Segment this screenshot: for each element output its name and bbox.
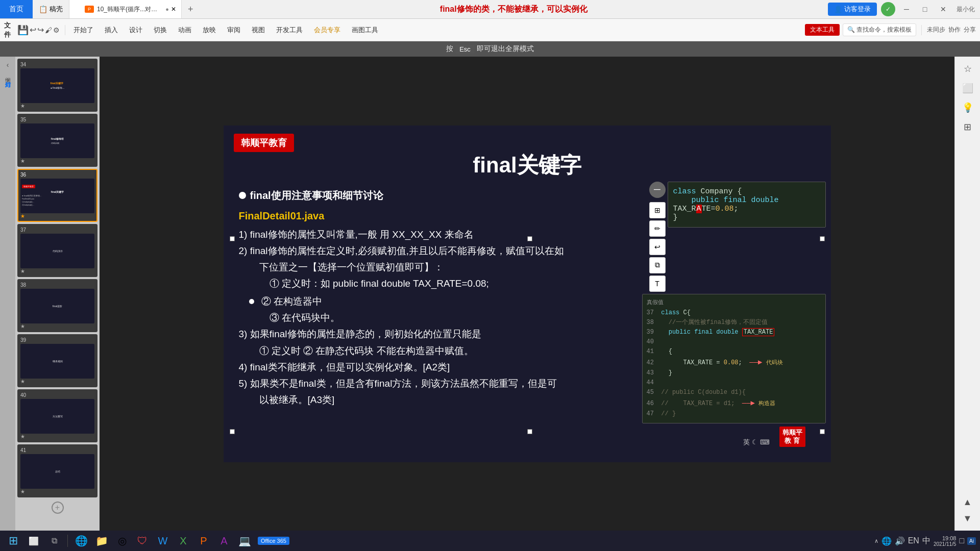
format-paint-icon[interactable]: 🖌 [45,26,52,34]
undo-icon[interactable]: ↩ [30,25,36,35]
menu-item-review[interactable]: 审阅 [222,23,246,37]
system-clock[interactable]: 19:08 2021/11/5 [934,535,957,547]
tab-close-btn[interactable]: ✕ [171,6,176,13]
tray-volume-icon[interactable]: 🔊 [895,536,905,546]
taskbar-antivirus-icon[interactable]: 🛡 [133,532,152,550]
minimize-label: 最小化 [957,5,975,14]
zoom-out-icon[interactable]: ─ [649,182,666,198]
menu-item-vip[interactable]: 会员专享 [309,23,346,37]
item-2c: ③ 在代码块中。 [270,310,642,326]
java-file-link[interactable]: FinalDetail01.java [239,207,642,224]
handle-bm[interactable] [527,429,532,434]
tab-draft[interactable]: 📋 稿壳 [33,0,69,18]
slide-thumb-34[interactable]: 34 final关键字 ● final修饰... ★ [17,59,97,112]
taskbar-windows-icon[interactable]: ⊞ [4,532,22,550]
nav-left-btn[interactable]: ‹ [7,61,9,69]
slide-thumb-35[interactable]: 35 final修饰符 代码示例 ★ [17,114,97,167]
ai-btn[interactable]: Ai [967,537,976,545]
right-panel: ☆ ⬜ 💡 ⊞ ▲ ▼ [954,57,980,531]
right-panel-light-icon[interactable]: 💡 [960,99,976,116]
tab-home[interactable]: 首页 [0,0,33,18]
right-panel-frame-icon[interactable]: ⬜ [960,80,976,96]
notification-bar: 按 Esc 即可退出全屏模式 [0,41,980,57]
slide-title: final关键字 [224,151,831,180]
taskbar-right: ∧ 🌐 🔊 EN 中 19:08 2021/11/5 □ Ai [874,535,976,547]
maximize-button[interactable]: □ [918,2,932,16]
tray-notification-icon[interactable]: □ [959,536,964,545]
brand-br-line2: 教 育 [782,437,802,445]
item-5: 5) 如果类不是final类，但是含有final方法，则该方法虽然不能重写，但是… [239,375,642,392]
lang-text: 英 [743,438,750,446]
more-tools-icon[interactable]: ⚙ [53,26,60,34]
item-2-sub: 下位置之一【选择一个位置赋初值即可】： [259,259,642,276]
slide-brand-label: 韩顺平教育 [234,134,294,152]
handle-tr[interactable] [820,236,825,241]
avatar[interactable]: ✓ [881,2,895,16]
collab-btn[interactable]: 协作 [948,26,961,34]
keyboard-icon: ⌨ [760,438,770,446]
tray-input-icon[interactable]: EN [908,536,919,545]
slide-thumb-39[interactable]: 39 继承规则 ★ [17,334,97,387]
right-panel-scroll-down[interactable]: ▼ [960,510,976,527]
code-caption-btn[interactable]: T [649,276,666,292]
taskbar-folder-icon[interactable]: 📁 [92,532,111,550]
slide-thumb-41[interactable]: 41 总结 ★ [17,444,97,497]
tab-file[interactable]: P 10_韩顺平(循序...对象编程(高级) ● ✕ [69,0,182,18]
code-copy-btn[interactable]: ⧉ [649,257,666,273]
item-2: 2) final修饰的属性在定义时,必须赋初值,并且以后不能再修改，赋值可以在如 [239,243,642,259]
tray-network-icon[interactable]: 🌐 [881,536,892,546]
menu-item-insert[interactable]: 插入 [100,23,123,37]
menu-item-transition[interactable]: 切换 [149,23,172,37]
share-btn[interactable]: 分享 [964,26,976,34]
slide-thumb-37[interactable]: 37 代码演示 ★ [17,224,97,277]
right-panel-scroll-up[interactable]: ▲ [960,494,976,510]
code-layers-btn[interactable]: ⊞ [649,202,666,218]
tray-lang-icon[interactable]: 中 [922,536,930,546]
menu-separator-2 [921,25,922,35]
menu-item-animation[interactable]: 动画 [173,23,197,37]
menu-item-devtools[interactable]: 开发工具 [271,23,308,37]
minimize-button[interactable]: ─ [899,2,914,16]
taskbar-app2-icon[interactable]: 💻 [235,532,254,550]
text-tool-button[interactable]: 文本工具 [805,24,840,36]
slide-thumb-38[interactable]: 38 final进阶 ★ [17,279,97,332]
section1-text: final使用注意事项和细节讨论 [250,187,383,204]
taskbar-app1-icon[interactable]: A [215,532,233,550]
visit-login-button[interactable]: 👤 访客登录 [828,3,877,16]
menu-item-start[interactable]: 开始了 [68,23,99,37]
menu-item-draw[interactable]: 画图工具 [347,23,383,37]
menu-item-view[interactable]: 视图 [247,23,270,37]
item-1: 1) final修饰的属性又叫常量,一般 用 XX_XX_XX 来命名 [239,227,642,243]
redo-icon[interactable]: ↪ [37,25,44,35]
taskbar-search-icon[interactable]: ⬜ [24,532,43,550]
save-icon[interactable]: 💾 [17,24,29,36]
tray-chevron-icon[interactable]: ∧ [874,538,878,544]
taskbar-edge-icon[interactable]: 🌐 [72,532,90,550]
close-button[interactable]: ✕ [936,2,950,16]
handle-bl[interactable] [230,429,235,434]
code-history-btn[interactable]: ↩ [649,239,666,255]
slide-thumb-36[interactable]: 36 韩顺平教育 final关键字 ● final使用注意事项... Final… [17,169,97,222]
sync-btn[interactable]: 未同步 [927,26,945,34]
file-menu-item[interactable]: 文件 [4,24,16,36]
menu-item-design[interactable]: 设计 [124,23,148,37]
code-edit-btn[interactable]: ✏ [649,220,666,237]
taskbar-task-view-icon[interactable]: ⧉ [45,532,63,550]
taskbar-chrome-icon[interactable]: ◎ [113,532,131,550]
search-command-input[interactable]: 🔍 查找命令，搜索模板 [843,23,916,36]
taskbar-ppt-icon[interactable]: P [194,532,213,550]
add-slide-btn[interactable]: + [17,499,97,516]
tab-add-btn[interactable]: + [182,4,200,15]
taskbar-word-icon[interactable]: W [154,532,172,550]
notif-text-after: 即可退出全屏模式 [477,44,534,54]
menu-item-slideshow[interactable]: 放映 [198,23,221,37]
right-panel-table-icon[interactable]: ⊞ [960,119,976,135]
right-panel-star-icon[interactable]: ☆ [960,61,976,77]
taskbar-excel-icon[interactable]: X [174,532,192,550]
slide-thumb-40[interactable]: 40 方法重写 ★ [17,389,97,442]
handle-br[interactable] [820,429,825,434]
handle-tl[interactable] [230,236,235,241]
slide-canvas[interactable]: 韩顺平教育 final关键字 final使用注意事项和细节讨论 FinalDet… [100,57,954,531]
code-box-2: 真假值 37 class C{ 38 //一个属性被final修饰，不固定值 3… [642,294,826,423]
user-icon: 👤 [834,6,842,13]
